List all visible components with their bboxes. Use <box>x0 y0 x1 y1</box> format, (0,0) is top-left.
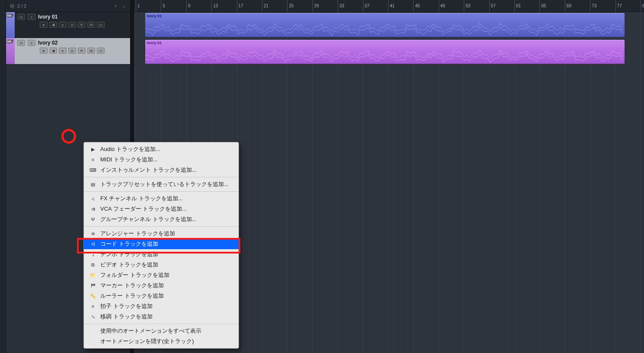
mute-button[interactable]: m <box>17 14 25 20</box>
inserts-button[interactable]: ılı <box>68 48 76 54</box>
context-menu-item[interactable]: ⛿マーカー トラックを追加 <box>84 280 239 291</box>
context-menu-item[interactable]: ≡拍子 トラックを追加 <box>84 301 239 311</box>
context-menu-item[interactable]: ≡MIDI トラックを追加... <box>84 154 239 165</box>
context-menu-item[interactable]: ⇉VCA フェーダー トラックを追加... <box>84 204 239 214</box>
add-track-icon[interactable]: ＋ <box>113 3 118 9</box>
write-automation-button[interactable]: W <box>87 48 95 54</box>
menu-item-icon: ⌨ <box>90 167 96 173</box>
record-arm-button[interactable] <box>40 48 48 54</box>
menu-item-label: 拍子 トラックを追加 <box>100 302 153 310</box>
ruler-tick[interactable]: 73 <box>590 0 596 12</box>
solo-button[interactable]: s <box>28 14 35 20</box>
context-menu-separator <box>84 191 239 192</box>
ruler-tick[interactable]: 1 <box>136 0 140 12</box>
context-menu-item[interactable]: Ψグループチャンネル トラックを追加... <box>84 214 239 225</box>
left-gutter <box>0 0 6 353</box>
context-menu-separator <box>84 177 239 177</box>
ruler-tick[interactable]: 61 <box>514 0 521 12</box>
menu-item-icon: ▤ <box>90 182 96 187</box>
track-name-label: Ivory 01 <box>38 14 57 20</box>
context-menu-item[interactable]: オートメーションを隠す(全トラック) <box>84 336 239 347</box>
context-menu-separator <box>84 324 239 324</box>
context-menu-item[interactable]: ▶Audio トラックを追加... <box>84 144 239 154</box>
ruler-tick[interactable]: 17 <box>237 0 243 12</box>
ruler-tick[interactable]: 41 <box>388 0 395 12</box>
track-body[interactable]: m s Ivory 01 ◀ e ılı R W ▭ <box>15 12 130 38</box>
svg-rect-2 <box>9 14 10 17</box>
menu-item-label: テンポ トラックを追加 <box>100 250 158 258</box>
ruler-tick[interactable]: 69 <box>565 0 571 12</box>
menu-item-label: FX チャンネル トラックを追加... <box>100 195 183 202</box>
menu-item-label: グループチャンネル トラックを追加... <box>100 215 196 223</box>
ruler-tick[interactable]: 21 <box>262 0 268 12</box>
context-menu-item[interactable]: 📏ルーラー トラックを追加 <box>84 291 239 301</box>
track-row[interactable]: 1 m s Ivory 01 ◀ e ılı R W ▭ <box>6 12 130 38</box>
freeze-button[interactable]: ▭ <box>97 22 105 28</box>
menu-item-label: トラックプリセットを使っているトラックを追加... <box>100 180 229 188</box>
ruler-tick[interactable]: 57 <box>489 0 496 12</box>
ruler-tick[interactable]: 5 <box>161 0 165 12</box>
track-row[interactable]: 2 m s Ivory 02 ◀ e ılı R W ▭ <box>6 38 130 64</box>
ruler-tick[interactable]: 45 <box>413 0 420 12</box>
gridline <box>634 12 634 353</box>
context-menu-item[interactable]: ⩤コード トラックを追加 <box>84 239 239 249</box>
edit-button[interactable]: e <box>59 22 67 28</box>
context-menu[interactable]: ▶Audio トラックを追加...≡MIDI トラックを追加...⌨インストゥル… <box>83 142 239 349</box>
context-menu-item[interactable]: 📁フォルダー トラックを追加 <box>84 270 239 280</box>
inserts-button[interactable]: ılı <box>68 22 76 28</box>
read-automation-button[interactable]: R <box>78 48 86 54</box>
context-menu-item[interactable]: ♫FX チャンネル トラックを追加... <box>84 193 239 204</box>
menu-item-label: Audio トラックを追加... <box>100 145 160 153</box>
monitor-button[interactable]: ◀ <box>49 22 57 28</box>
menu-item-label: アレンジャー トラックを追加 <box>100 230 175 237</box>
solo-button[interactable]: s <box>28 40 35 46</box>
timeline-ruler[interactable]: 159131721252933374145495357616569737781 <box>134 0 644 12</box>
write-automation-button[interactable]: W <box>87 22 95 28</box>
menu-item-icon: ▶ <box>90 147 96 152</box>
context-menu-item[interactable]: ⤡移調 トラックを追加 <box>84 311 239 322</box>
ruler-tick[interactable]: 37 <box>363 0 370 12</box>
monitor-button[interactable]: ◀ <box>49 48 57 54</box>
menu-item-icon: ♫ <box>90 196 96 201</box>
track-color-accent: 1 <box>6 12 15 38</box>
read-automation-button[interactable]: R <box>78 22 86 28</box>
search-icon[interactable]: ⌕ <box>121 3 127 9</box>
track-body[interactable]: m s Ivory 02 ◀ e ılı R W ▭ <box>15 38 130 64</box>
ruler-tick[interactable]: 13 <box>211 0 218 12</box>
context-menu-item[interactable]: ⌨インストゥルメント トラックを追加... <box>84 165 239 175</box>
midi-keyboard-icon <box>7 39 12 45</box>
midi-clip[interactable]: Ivory 01 <box>145 40 625 64</box>
gridline <box>641 12 641 353</box>
midi-clip[interactable]: Ivory 01 <box>145 13 625 37</box>
context-menu-item[interactable]: 使用中のオートメーションをすべて表示 <box>84 326 239 336</box>
tracklist-view-icon[interactable]: ▤ <box>10 3 15 9</box>
ruler-tick[interactable]: 81 <box>641 0 644 12</box>
menu-item-icon: 📁 <box>90 273 96 278</box>
ruler-tick[interactable]: 25 <box>287 0 293 12</box>
menu-item-label: インストゥルメント トラックを追加... <box>100 166 196 174</box>
menu-item-icon: Ψ <box>90 217 96 222</box>
ruler-tick[interactable]: 77 <box>615 0 622 12</box>
menu-item-label: 移調 トラックを追加 <box>100 313 153 321</box>
context-menu-item[interactable]: ⧉ビデオ トラックを追加 <box>84 260 239 270</box>
menu-item-icon: ≋ <box>90 231 96 237</box>
gridline <box>628 12 628 353</box>
mute-button[interactable]: m <box>17 40 25 46</box>
ruler-tick[interactable]: 33 <box>338 0 344 12</box>
edit-button[interactable]: e <box>59 48 67 54</box>
ruler-tick[interactable]: 53 <box>464 0 470 12</box>
ruler-tick[interactable]: 29 <box>312 0 319 12</box>
menu-item-label: マーカー トラックを追加 <box>100 282 164 289</box>
ruler-tick[interactable]: 49 <box>439 0 445 12</box>
record-arm-button[interactable] <box>40 22 48 28</box>
menu-item-label: コード トラックを追加 <box>100 240 158 248</box>
ruler-tick[interactable]: 9 <box>186 0 191 12</box>
track-color-accent: 2 <box>6 38 15 64</box>
context-menu-item[interactable]: ▤トラックプリセットを使っているトラックを追加... <box>84 179 239 189</box>
context-menu-separator <box>84 226 239 227</box>
context-menu-item[interactable]: ≋アレンジャー トラックを追加 <box>84 228 239 239</box>
ruler-tick[interactable]: 65 <box>539 0 546 12</box>
svg-rect-4 <box>11 14 12 17</box>
context-menu-item[interactable]: ♩テンポ トラックを追加 <box>84 249 239 260</box>
freeze-button[interactable]: ▭ <box>97 48 105 54</box>
